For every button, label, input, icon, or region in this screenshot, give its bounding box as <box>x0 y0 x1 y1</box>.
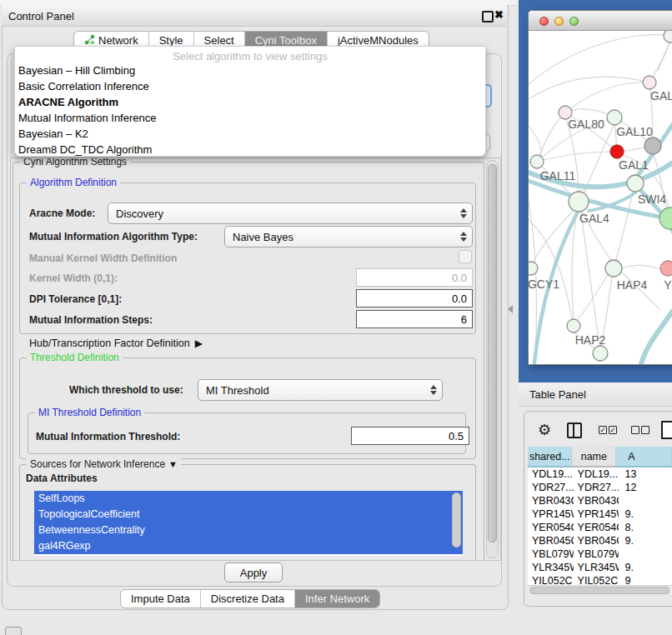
network-node-gal11[interactable] <box>530 155 544 168</box>
algorithm-option[interactable]: Basic Correlation Inference <box>18 80 149 92</box>
network-node-gal10[interactable] <box>607 110 622 125</box>
combo-stepper-icon <box>425 385 442 395</box>
network-node-gal[interactable] <box>643 76 656 89</box>
manual-kernel-checkbox[interactable] <box>459 250 472 263</box>
network-node-gal1[interactable] <box>610 145 624 158</box>
mi-threshold-label: Mutual Information Threshold: <box>36 431 180 442</box>
apply-button[interactable]: Apply <box>224 562 283 582</box>
combo-stepper-icon <box>455 232 472 242</box>
algorithm-dropdown-popup: Select algorithm to view settings Bayesi… <box>14 46 486 157</box>
attribute-item[interactable]: TopologicalCoefficient <box>34 507 463 522</box>
mi-threshold-title: MI Threshold Definition <box>35 407 144 418</box>
tab-discretize-data[interactable]: Discretize Data <box>201 590 295 608</box>
algorithm-option[interactable]: Dream8 DC_TDC Algorithm <box>18 143 152 156</box>
column-header-name[interactable]: name <box>572 447 616 468</box>
node-label: GAL11 <box>540 169 576 182</box>
expand-right-icon: ▶ <box>195 338 203 349</box>
settings-scrollbar[interactable] <box>486 160 499 558</box>
dpi-tolerance-label: DPI Tolerance [0,1]: <box>29 293 122 305</box>
network-window-titlebar[interactable] <box>529 11 672 31</box>
cyni-bottom-tabs: Impute Data Discretize Data Infer Networ… <box>120 589 380 608</box>
document-icon[interactable] <box>661 421 672 439</box>
zoom-traffic-light-icon[interactable] <box>569 17 579 26</box>
minimize-traffic-light-icon[interactable] <box>554 17 564 26</box>
attribute-item[interactable]: SelfLoops <box>34 491 463 507</box>
checked-checkbox-icon[interactable]: ✓ <box>609 426 617 434</box>
table-toolbar: ⚙ ✓ ✓ <box>528 421 672 442</box>
table-horizontal-scrollbar[interactable] <box>528 585 672 594</box>
table-row[interactable]: YBR043CYBR043C <box>528 494 672 508</box>
hscrollbar-thumb[interactable] <box>529 587 669 594</box>
table-row[interactable]: YBL079WYBL079W <box>528 548 672 561</box>
network-node[interactable] <box>644 138 661 154</box>
table-header: shared... name A <box>528 447 672 468</box>
network-node-hap2[interactable] <box>567 319 580 332</box>
node-label: GAL4 <box>579 212 609 225</box>
control-panel-titlebar <box>2 5 507 27</box>
table-row[interactable]: YPR145WYPR145W9. <box>528 508 672 521</box>
attribute-item[interactable]: gal4RGexp <box>34 538 463 554</box>
algorithm-option[interactable]: Mutual Information Inference <box>18 112 156 124</box>
sources-title[interactable]: Sources for Network Inference▼ <box>27 458 181 470</box>
kernel-width-label: Kernel Width (0,1): <box>29 272 118 284</box>
node-label: GCY1 <box>529 278 559 291</box>
table-row[interactable]: YBR045CYBR045C9. <box>528 534 672 548</box>
unchecked-checkbox-icon[interactable] <box>631 426 639 434</box>
close-icon[interactable]: ✖ <box>494 8 504 21</box>
aracne-mode-combo[interactable]: Discovery <box>108 202 473 224</box>
algorithm-option[interactable]: Bayesian – Hill Climbing <box>18 64 135 77</box>
mi-threshold-field[interactable] <box>351 427 469 445</box>
float-window-icon[interactable] <box>482 11 494 22</box>
table-row[interactable]: YLR345WYLR345W9. <box>528 561 672 574</box>
column-header-3[interactable]: A <box>616 447 672 468</box>
node-label: Y <box>664 278 672 292</box>
column-header-shared[interactable]: shared... <box>528 447 572 468</box>
tab-infer-network[interactable]: Infer Network <box>295 590 379 608</box>
network-node-hap4[interactable] <box>605 260 622 277</box>
network-view-window[interactable]: GAL GAL80 GAL10 GAL1 GAL11 SWI4 GAL4 GCY… <box>528 10 672 365</box>
table-panel-title: Table Panel <box>529 388 586 401</box>
node-label: HAP4 <box>617 278 648 292</box>
gear-icon[interactable]: ⚙ <box>538 421 551 439</box>
network-node[interactable] <box>664 31 672 42</box>
close-traffic-light-icon[interactable] <box>539 17 549 26</box>
which-threshold-combo[interactable]: MI Threshold <box>198 379 443 401</box>
node-table: shared... name A YDL19...YDL19...13 YDR2… <box>528 447 672 593</box>
unchecked-checkbox-icon[interactable] <box>641 426 649 434</box>
table-row[interactable]: YER054CYER054C8. <box>528 521 672 534</box>
tab-network-label: Network <box>98 34 138 47</box>
algorithm-option-selected[interactable]: ARACNE Algorithm <box>18 96 118 108</box>
list-scrollbar[interactable] <box>452 492 461 548</box>
hub-definition-toggle[interactable]: Hub/Transcription Factor Definition▶ <box>29 338 203 349</box>
manual-kernel-label: Manual Kernel Width Definition <box>29 252 177 264</box>
network-node[interactable] <box>660 261 672 276</box>
minimized-panel-button[interactable] <box>5 627 22 635</box>
network-node[interactable] <box>593 346 608 361</box>
algorithm-definition-title: Algorithm Definition <box>27 177 120 188</box>
mi-type-combo[interactable]: Naive Bayes <box>224 226 473 248</box>
table-row[interactable]: YDL19...YDL19...13 <box>528 468 672 481</box>
table-row[interactable]: YDR27...YDR27...12 <box>528 481 672 494</box>
checked-checkbox-icon[interactable]: ✓ <box>599 426 607 434</box>
scrollbar-thumb[interactable] <box>488 164 497 542</box>
dpi-tolerance-field[interactable] <box>356 289 473 308</box>
network-node-gcy1[interactable] <box>529 262 538 275</box>
split-columns-icon[interactable] <box>567 422 582 438</box>
network-node-gal4[interactable] <box>569 192 589 212</box>
kernel-width-field[interactable] <box>356 268 473 287</box>
settings-group-title: Cyni Algorithm Settings <box>20 158 130 168</box>
mi-steps-field[interactable] <box>356 310 473 328</box>
hidden-group-border <box>11 60 12 153</box>
data-attributes-label: Data Attributes <box>26 472 98 484</box>
node-label: GAL80 <box>568 118 604 131</box>
screen: Control Panel ✖ Network Style Select Cyn… <box>0 0 672 635</box>
attribute-item[interactable]: BetweennessCentrality <box>34 522 463 538</box>
algorithm-option[interactable]: Bayesian – K2 <box>18 128 88 140</box>
tab-impute-data[interactable]: Impute Data <box>121 590 201 608</box>
node-label: GAL10 <box>616 125 653 138</box>
mi-steps-label: Mutual Information Steps: <box>29 314 153 326</box>
aracne-mode-label: Aracne Mode: <box>29 208 95 219</box>
network-canvas[interactable]: GAL GAL80 GAL10 GAL1 GAL11 SWI4 GAL4 GCY… <box>529 31 672 364</box>
split-divider-grip[interactable] <box>508 305 513 313</box>
network-node-swi4[interactable] <box>627 175 644 192</box>
